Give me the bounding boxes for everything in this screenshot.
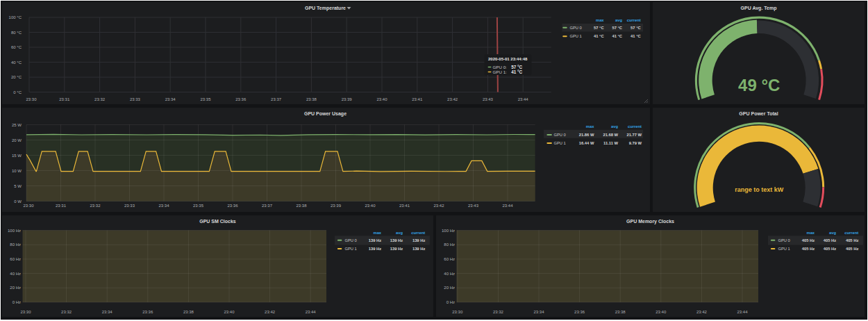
- svg-text:16.44 W: 16.44 W: [579, 141, 594, 145]
- svg-text:405 Hz: 405 Hz: [824, 247, 836, 251]
- svg-text:40 Hz: 40 Hz: [10, 271, 21, 275]
- svg-text:100 Hz: 100 Hz: [442, 228, 455, 232]
- svg-text:23:44: 23:44: [306, 309, 317, 313]
- svg-text:range to text kW: range to text kW: [735, 186, 784, 192]
- svg-text:avg: avg: [611, 124, 618, 129]
- svg-text:11.11 W: 11.11 W: [603, 141, 618, 145]
- svg-text:max: max: [596, 18, 604, 22]
- svg-text:41 °C: 41 °C: [594, 34, 604, 38]
- svg-text:GPU 1: GPU 1: [778, 247, 790, 251]
- svg-text:23:34: 23:34: [102, 309, 113, 313]
- svg-text:avg: avg: [396, 230, 403, 234]
- svg-text:0 Hz: 0 Hz: [446, 300, 455, 304]
- svg-text:0 °C: 0 °C: [13, 90, 22, 94]
- svg-text:23:39: 23:39: [342, 97, 353, 101]
- svg-text:GPU Temperature: GPU Temperature: [305, 6, 346, 11]
- svg-text:GPU 0: GPU 0: [553, 133, 565, 137]
- svg-text:current: current: [627, 18, 641, 22]
- svg-text:57 °C: 57 °C: [631, 26, 641, 30]
- svg-text:23:34: 23:34: [165, 97, 176, 101]
- svg-text:23:38: 23:38: [296, 204, 307, 208]
- svg-text:10 W: 10 W: [12, 168, 22, 172]
- svg-text:60 Hz: 60 Hz: [444, 256, 455, 261]
- svg-text:40 Hz: 40 Hz: [444, 271, 455, 275]
- svg-text:GPU Memory Clocks: GPU Memory Clocks: [626, 218, 674, 224]
- svg-text:20 Hz: 20 Hz: [444, 286, 455, 290]
- svg-text:current: current: [628, 124, 642, 129]
- svg-text:23:42: 23:42: [433, 204, 444, 208]
- svg-text:23:38: 23:38: [306, 97, 317, 101]
- svg-text:60 °C: 60 °C: [11, 45, 22, 49]
- svg-text:21.86 W: 21.86 W: [579, 133, 594, 137]
- svg-text:23:42: 23:42: [447, 97, 458, 101]
- svg-text:GPU 0: GPU 0: [569, 26, 581, 30]
- svg-text:49 °C: 49 °C: [738, 76, 780, 94]
- svg-text:57 °C: 57 °C: [612, 26, 622, 30]
- svg-text:20 Hz: 20 Hz: [10, 286, 21, 290]
- svg-text:139 Hz: 139 Hz: [412, 247, 425, 251]
- svg-text:avg: avg: [615, 18, 622, 22]
- svg-text:23:40: 23:40: [224, 309, 235, 313]
- svg-text:GPU Power Usage: GPU Power Usage: [304, 110, 347, 116]
- svg-text:23:44: 23:44: [518, 97, 529, 101]
- svg-text:20 °C: 20 °C: [11, 75, 22, 79]
- svg-text:current: current: [411, 230, 425, 234]
- svg-text:GPU Power Total: GPU Power Total: [739, 111, 778, 116]
- svg-text:5 W: 5 W: [14, 183, 22, 188]
- svg-text:405 Hz: 405 Hz: [846, 238, 858, 242]
- svg-text:23:40: 23:40: [376, 97, 387, 101]
- svg-text:57 °C: 57 °C: [511, 65, 522, 69]
- svg-text:139 Hz: 139 Hz: [369, 247, 381, 251]
- svg-text:avg: avg: [829, 230, 836, 234]
- svg-text:23:40: 23:40: [656, 309, 667, 313]
- svg-text:20 W: 20 W: [12, 138, 22, 142]
- svg-text:23:36: 23:36: [574, 309, 585, 313]
- svg-text:80 Hz: 80 Hz: [444, 242, 455, 247]
- svg-text:23:41: 23:41: [399, 204, 410, 208]
- svg-text:23:34: 23:34: [158, 204, 169, 208]
- svg-text:21.77 W: 21.77 W: [626, 133, 642, 137]
- svg-text:23:30: 23:30: [23, 204, 34, 208]
- svg-text:25 W: 25 W: [12, 122, 22, 126]
- svg-text:23:44: 23:44: [502, 204, 513, 208]
- svg-text:23:35: 23:35: [193, 204, 204, 208]
- svg-text:23:43: 23:43: [483, 97, 494, 101]
- svg-text:405 Hz: 405 Hz: [802, 247, 815, 251]
- svg-text:80 Hz: 80 Hz: [10, 242, 21, 247]
- svg-text:23:39: 23:39: [331, 204, 342, 208]
- svg-text:23:35: 23:35: [200, 97, 211, 101]
- svg-text:23:30: 23:30: [26, 97, 37, 101]
- svg-text:GPU 0: GPU 0: [344, 238, 356, 242]
- svg-text:GPU 1: GPU 1: [569, 34, 581, 38]
- svg-text:0 Hz: 0 Hz: [12, 300, 21, 304]
- svg-text:23:42: 23:42: [696, 309, 708, 313]
- svg-text:23:36: 23:36: [142, 309, 153, 313]
- svg-text:23:33: 23:33: [124, 204, 135, 208]
- svg-text:GPU 1: GPU 1: [344, 247, 356, 251]
- svg-text:405 Hz: 405 Hz: [802, 238, 815, 242]
- svg-text:100 Hz: 100 Hz: [8, 228, 21, 232]
- svg-text:23:38: 23:38: [615, 309, 626, 313]
- svg-text:GPU Avg. Temp: GPU Avg. Temp: [741, 6, 777, 11]
- svg-text:23:40: 23:40: [365, 204, 376, 208]
- svg-text:23:32: 23:32: [493, 309, 504, 313]
- svg-text:23:33: 23:33: [130, 97, 141, 101]
- svg-text:139 Hz: 139 Hz: [369, 238, 381, 242]
- svg-text:139 Hz: 139 Hz: [412, 238, 425, 242]
- svg-text:15 W: 15 W: [12, 153, 22, 157]
- svg-text:23:31: 23:31: [59, 97, 70, 101]
- svg-text:21.68 W: 21.68 W: [603, 133, 618, 137]
- svg-text:23:32: 23:32: [61, 309, 72, 313]
- svg-text:GPU 0:: GPU 0:: [493, 65, 508, 69]
- svg-text:max: max: [586, 124, 594, 129]
- svg-text:405 Hz: 405 Hz: [824, 238, 836, 242]
- svg-text:0 W: 0 W: [14, 199, 22, 203]
- svg-text:60 Hz: 60 Hz: [10, 256, 21, 261]
- svg-text:41 °C: 41 °C: [631, 34, 641, 38]
- svg-text:max: max: [373, 230, 381, 234]
- svg-text:GPU 1: GPU 1: [553, 141, 565, 145]
- svg-text:23:32: 23:32: [94, 97, 106, 101]
- svg-text:23:36: 23:36: [235, 97, 247, 101]
- svg-text:2020-05-01 23:44:48: 2020-05-01 23:44:48: [488, 57, 528, 61]
- svg-text:405 Hz: 405 Hz: [846, 247, 858, 251]
